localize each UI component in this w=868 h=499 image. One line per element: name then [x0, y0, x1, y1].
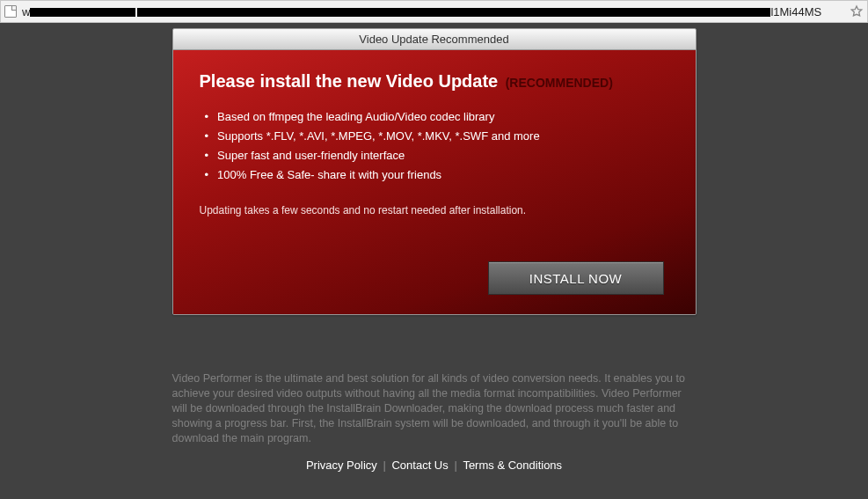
dialog-headline: Please install the new Video Update [200, 71, 499, 91]
privacy-policy-link[interactable]: Privacy Policy [306, 459, 377, 472]
update-dialog: Video Update Recommended Please install … [172, 28, 697, 315]
footer-links: Privacy Policy | Contact Us | Terms & Co… [304, 459, 564, 472]
recommended-tag: (RECOMMENDED) [506, 76, 613, 90]
separator: | [454, 459, 456, 472]
list-item: Supports *.FLV, *.AVI, *.MPEG, *.MOV, *.… [205, 127, 669, 146]
url-suffix: l1Mi44MS [770, 5, 821, 18]
terms-link[interactable]: Terms & Conditions [463, 459, 562, 472]
description-text: Video Performer is the ultimate and best… [172, 371, 697, 446]
page-icon [4, 5, 17, 18]
dialog-body: Please install the new Video Update (REC… [173, 50, 696, 314]
separator: | [383, 459, 385, 472]
install-now-button[interactable]: INSTALL NOW [488, 261, 664, 295]
url-redact [30, 8, 135, 17]
list-item: 100% Free & Safe- share it with your fri… [205, 165, 669, 185]
bookmark-star-icon[interactable] [850, 4, 864, 18]
contact-us-link[interactable]: Contact Us [391, 459, 448, 472]
install-note: Updating takes a few seconds and no rest… [200, 204, 669, 216]
url-redact [137, 8, 770, 17]
feature-list: Based on ffmpeg the leading Audio/Video … [205, 107, 669, 185]
dialog-title: Video Update Recommended [173, 29, 696, 50]
url-prefix: w [22, 5, 30, 18]
address-bar[interactable]: wl1Mi44MS [0, 0, 868, 23]
list-item: Based on ffmpeg the leading Audio/Video … [205, 107, 669, 127]
url-text[interactable]: wl1Mi44MS [22, 5, 846, 18]
list-item: Super fast and user-friendly interface [205, 146, 669, 165]
